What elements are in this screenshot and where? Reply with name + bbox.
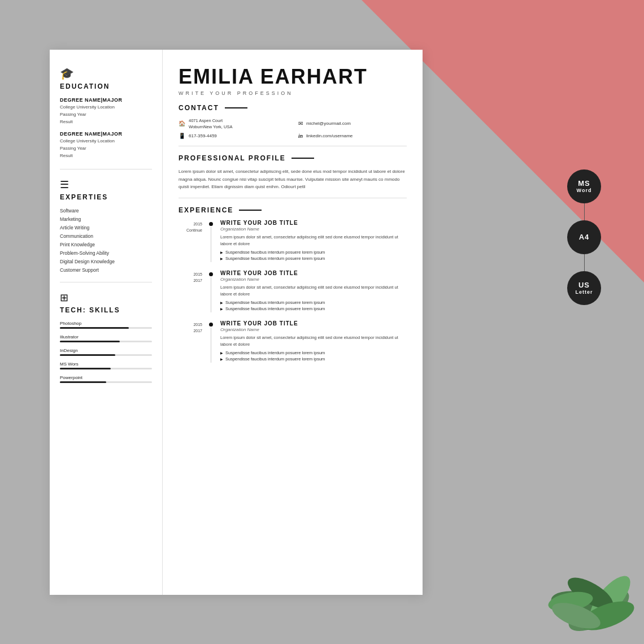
skill-msword-bar-fill bbox=[60, 368, 111, 369]
sidebar-divider-2 bbox=[60, 282, 152, 282]
skill-powerpoint-bar-fill bbox=[60, 381, 106, 383]
contact-grid: 🏠 4071 Aspen CourtWoburnNew York, USA ✉ … bbox=[179, 118, 407, 147]
degree-2-result: Result bbox=[60, 153, 152, 160]
exp-dot-2 bbox=[209, 323, 213, 327]
exp-bullet-2-0: Suspendisse faucibus interdum posuere lo… bbox=[220, 350, 407, 355]
skill-indesign-label: InDesign bbox=[60, 348, 152, 353]
exp-job-title-0: WRITE YOUR JOB TITLE bbox=[220, 220, 407, 226]
skill-msword-label: MS Wors bbox=[60, 362, 152, 367]
skill-powerpoint-label: Powerpoint bbox=[60, 375, 152, 380]
exp-year-end-1: 2017 bbox=[179, 277, 202, 284]
degree-1-name: DEGREE NAME|MAJOR bbox=[60, 97, 152, 103]
exp-job-title-2: WRITE YOUR JOB TITLE bbox=[220, 320, 407, 327]
degree-1-university: College University Location bbox=[60, 104, 152, 111]
expertie-item-6: Digital Design Knowledge bbox=[60, 259, 152, 264]
exp-year-start-2: 2015 bbox=[179, 321, 202, 328]
exp-year-end-0: Continue bbox=[179, 227, 202, 233]
education-section: 🎓 EDUCATION DEGREE NAME|MAJOR College Un… bbox=[60, 67, 152, 160]
exp-org-1: Organization Name bbox=[220, 277, 407, 282]
exp-dot-1 bbox=[209, 272, 213, 276]
contact-linkedin-item: in linkedin.com/username bbox=[298, 133, 407, 139]
exp-entry-1: 2015 2017 WRITE YOUR JOB TITLE Organizat… bbox=[179, 270, 407, 312]
expertie-item-7: Customer Support bbox=[60, 267, 152, 273]
contact-email-item: ✉ michel@yourmail.com bbox=[298, 118, 407, 130]
resume-card: 🎓 EDUCATION DEGREE NAME|MAJOR College Un… bbox=[50, 50, 423, 595]
contact-email: michel@yourmail.com bbox=[306, 121, 351, 126]
exp-vert-2 bbox=[211, 328, 211, 363]
contact-address-item: 🏠 4071 Aspen CourtWoburnNew York, USA bbox=[179, 118, 287, 130]
expertie-item-3: Communication bbox=[60, 233, 152, 239]
badge-us-letter: US Letter bbox=[567, 271, 601, 305]
contact-phone-item: 📱 617-359-4459 bbox=[179, 133, 287, 139]
badge-connector-1 bbox=[584, 203, 585, 220]
resume-profession: WRITE YOUR PROFESSION bbox=[179, 90, 407, 96]
badge-us-main: US bbox=[578, 281, 590, 289]
skill-msword-bar-bg bbox=[60, 368, 152, 369]
contact-address: 4071 Aspen CourtWoburnNew York, USA bbox=[189, 118, 232, 130]
degree-2-university: College University Location bbox=[60, 138, 152, 145]
skill-photoshop: Photoshop bbox=[60, 321, 152, 329]
exp-year-col-0: 2015 Continue bbox=[179, 220, 207, 262]
exp-vert-1 bbox=[211, 277, 211, 312]
badge-ms-word: MS Word bbox=[567, 169, 601, 203]
main-content: EMILIA EARHART WRITE YOUR PROFESSION CON… bbox=[163, 50, 423, 595]
experience-section-title: EXPERIENCE bbox=[179, 206, 233, 214]
contact-phone: 617-359-4459 bbox=[189, 133, 217, 138]
exp-bullets-0: Suspendisse faucibus interdum posuere lo… bbox=[220, 250, 407, 261]
degree-2-year: Passing Year bbox=[60, 145, 152, 153]
exp-vert-0 bbox=[211, 227, 211, 262]
profile-header: PROFESSIONAL PROFILE bbox=[179, 154, 407, 162]
experties-icon: ☰ bbox=[60, 179, 152, 191]
contact-section-line bbox=[225, 107, 247, 108]
phone-icon: 📱 bbox=[179, 133, 185, 139]
profile-section-title: PROFESSIONAL PROFILE bbox=[179, 154, 286, 162]
experties-title: EXPERTIES bbox=[60, 193, 152, 201]
experience-section-line bbox=[239, 210, 262, 211]
skill-powerpoint: Powerpoint bbox=[60, 375, 152, 383]
exp-bullet-2-1: Suspendisse faucibus interdum posuere lo… bbox=[220, 356, 407, 362]
exp-line-0 bbox=[207, 220, 215, 262]
skill-illustrator-bar-bg bbox=[60, 341, 152, 342]
skill-illustrator: Illustrator bbox=[60, 334, 152, 342]
profile-text: Lorem ipsum dolor sit amet, consectetur … bbox=[179, 168, 407, 198]
skill-indesign-bar-bg bbox=[60, 354, 152, 356]
exp-bullet-1-0: Suspendisse faucibus interdum posuere lo… bbox=[220, 300, 407, 305]
expertie-item-1: Marketing bbox=[60, 216, 152, 222]
contact-linkedin: linkedin.com/username bbox=[306, 133, 353, 138]
exp-body-2: WRITE YOUR JOB TITLE Organization Name L… bbox=[215, 320, 407, 363]
experience-section: 2015 Continue WRITE YOUR JOB TITLE Organ… bbox=[179, 220, 407, 363]
badge-connector-2 bbox=[584, 254, 585, 271]
degree-1-result: Result bbox=[60, 119, 152, 126]
tech-skills-title: TECH: SKILLS bbox=[60, 306, 152, 314]
skill-powerpoint-bar-bg bbox=[60, 381, 152, 383]
experience-header: EXPERIENCE bbox=[179, 206, 407, 214]
exp-org-0: Organization Name bbox=[220, 227, 407, 232]
exp-year-end-2: 2017 bbox=[179, 328, 202, 334]
exp-year-col-1: 2015 2017 bbox=[179, 270, 207, 312]
skill-msword: MS Wors bbox=[60, 362, 152, 369]
skill-indesign: InDesign bbox=[60, 348, 152, 356]
exp-bullet-1-1: Suspendisse faucibus interdum posuere lo… bbox=[220, 306, 407, 311]
exp-body-1: WRITE YOUR JOB TITLE Organization Name L… bbox=[215, 270, 407, 312]
expertie-item-0: Software bbox=[60, 208, 152, 214]
resume-name: EMILIA EARHART bbox=[179, 66, 407, 88]
exp-desc-1: Lorem ipsum dolor sit amet, consectetur … bbox=[220, 284, 407, 298]
education-title: EDUCATION bbox=[60, 82, 152, 90]
exp-entry-0: 2015 Continue WRITE YOUR JOB TITLE Organ… bbox=[179, 220, 407, 262]
exp-year-start-0: 2015 bbox=[179, 221, 202, 227]
contact-header: CONTACT bbox=[179, 104, 407, 112]
skill-illustrator-bar-fill bbox=[60, 341, 120, 342]
degree-1-year: Passing Year bbox=[60, 111, 152, 119]
linkedin-icon: in bbox=[298, 133, 303, 139]
exp-org-2: Organization Name bbox=[220, 327, 407, 332]
exp-body-0: WRITE YOUR JOB TITLE Organization Name L… bbox=[215, 220, 407, 262]
badge-ms-main: MS bbox=[578, 180, 590, 188]
tech-skills-section: ⊞ TECH: SKILLS Photoshop Illustrator InD… bbox=[60, 291, 152, 383]
skill-indesign-bar-fill bbox=[60, 354, 115, 356]
skill-photoshop-bar-bg bbox=[60, 327, 152, 329]
experties-list: Software Marketing Article Writing Commu… bbox=[60, 208, 152, 273]
exp-dot-0 bbox=[209, 222, 213, 226]
badge-a4: A4 bbox=[567, 220, 601, 254]
tech-icon: ⊞ bbox=[60, 291, 152, 304]
badge-us-sub: Letter bbox=[575, 289, 593, 295]
